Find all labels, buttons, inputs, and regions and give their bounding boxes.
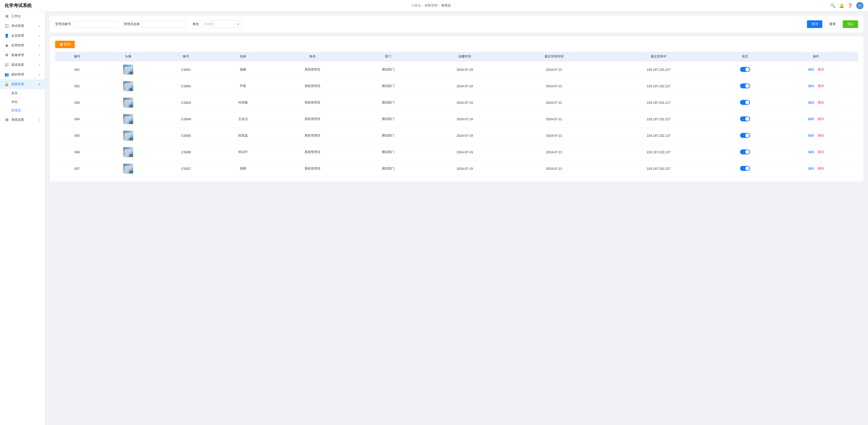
delete-btn-1[interactable]: 删除 (818, 84, 824, 88)
cell-created-6: 2024-07-19 (423, 160, 506, 177)
delete-btn-2[interactable]: 删除 (818, 100, 824, 104)
permission-icon: 🔒 (4, 82, 9, 86)
edit-btn-1[interactable]: 编辑 (808, 84, 814, 88)
account-search-field: 管理员账号 (55, 21, 119, 28)
status-toggle-4[interactable] (740, 133, 750, 138)
col-status: 状态 (716, 52, 774, 61)
delete-btn-3[interactable]: 删除 (818, 117, 824, 121)
query-button[interactable]: 查询 (807, 20, 822, 28)
cell-lastlogin-4: 2024-07-21 (506, 127, 601, 144)
avatar-img-6 (123, 164, 133, 174)
help-icon-btn[interactable]: ❓ (848, 3, 852, 8)
decoration-arrow-icon: ∨ (38, 54, 40, 57)
status-toggle-1[interactable] (740, 84, 750, 88)
cell-name-0: 梁麻 (215, 61, 271, 78)
delete-btn-0[interactable]: 删除 (818, 68, 824, 71)
add-button[interactable]: ⊕ 新增 (55, 41, 75, 48)
breadcrumb-workbench[interactable]: 工作台 (411, 4, 421, 8)
breadcrumb-current: 管理员 (441, 4, 451, 8)
cell-lastip-5: 220.197.232.127 (601, 144, 716, 160)
account-input[interactable] (73, 21, 119, 28)
sidebar-label-app: 应用管理 (11, 43, 24, 48)
delete-btn-5[interactable]: 删除 (818, 150, 824, 154)
edit-btn-3[interactable]: 编辑 (808, 117, 814, 121)
edit-btn-5[interactable]: 编辑 (808, 150, 814, 154)
sidebar-label-channel: 渠道设置 (11, 63, 24, 67)
cell-name-3: 王佳洁 (215, 111, 271, 127)
edit-btn-0[interactable]: 编辑 (808, 68, 814, 71)
sidebar-item-workbench[interactable]: ⊞ 工作台 (0, 11, 45, 21)
cell-lastip-2: 220.197.232.127 (601, 94, 716, 111)
edit-btn-2[interactable]: 编辑 (808, 100, 814, 104)
cell-id-2: 003 (55, 94, 99, 111)
table-row: 005 CS005 段贵蕊 系统管理员 测试部门 2024-07-19 2024… (55, 127, 858, 144)
submenu-label-role: 角色 (11, 100, 18, 103)
sidebar-item-system[interactable]: ⊞ 系统设置 ∨ (0, 115, 45, 125)
col-account: 账号 (157, 52, 215, 61)
cell-role-1: 系统管理员 (271, 78, 353, 94)
sidebar-label-org: 组织管理 (11, 72, 24, 77)
cell-account-3: CS004 (157, 111, 215, 127)
sidebar-item-member[interactable]: 👤 会员管理 ∨ (0, 31, 45, 40)
breadcrumb-permission[interactable]: 权限管理 (425, 4, 437, 8)
avatar[interactable]: Ai (856, 2, 864, 9)
export-button[interactable]: 导出 (843, 20, 858, 28)
avatar-img-1 (123, 81, 133, 91)
reset-button[interactable]: 重置 (825, 20, 840, 28)
status-toggle-3[interactable] (740, 116, 750, 121)
status-toggle-5[interactable] (740, 149, 750, 154)
cell-status-2 (716, 94, 774, 111)
cell-name-4: 段贵蕊 (215, 127, 271, 144)
cell-account-2: CS003 (157, 94, 215, 111)
cell-actions-0: 编辑 删除 (774, 61, 858, 78)
sidebar-submenu-role[interactable]: 角色 (0, 98, 45, 106)
sidebar-item-permission[interactable]: 🔒 权限管理 ∧ (0, 79, 45, 89)
cell-dept-4: 测试部门 (353, 127, 423, 144)
table-row: 006 CS006 邹泊宇 系统管理员 测试部门 2024-07-19 2024… (55, 144, 858, 160)
sidebar-item-decoration[interactable]: ⚙ 装修管理 ∨ (0, 50, 45, 60)
cell-name-1: 尹星 (215, 78, 271, 94)
cell-status-3 (716, 111, 774, 127)
search-icon-btn[interactable]: 🔍 (831, 3, 835, 8)
bell-icon-btn[interactable]: 🔔 (839, 3, 844, 8)
sidebar-item-exam[interactable]: 📋 考试管理 ∨ (0, 21, 45, 31)
edit-btn-6[interactable]: 编辑 (808, 166, 814, 170)
status-toggle-6[interactable] (740, 166, 750, 171)
cell-dept-6: 测试部门 (353, 160, 423, 177)
col-last-login: 最近登录时间 (506, 52, 601, 61)
role-select[interactable]: 请选择 ▾ (201, 21, 242, 28)
cell-lastlogin-6: 2024-07-21 (506, 160, 601, 177)
cell-actions-5: 编辑 删除 (774, 144, 858, 160)
sidebar-item-app[interactable]: ◈ 应用管理 ∨ (0, 40, 45, 50)
sidebar-item-channel[interactable]: 📰 渠道设置 ∨ (0, 60, 45, 70)
sidebar-item-org[interactable]: 👥 组织管理 ∨ (0, 70, 45, 79)
edit-btn-4[interactable]: 编辑 (808, 133, 814, 137)
name-input[interactable] (142, 21, 187, 28)
submenu-label-menu: 菜单 (11, 91, 18, 95)
cell-status-4 (716, 127, 774, 144)
cell-account-0: CS001 (157, 61, 215, 78)
channel-arrow-icon: ∨ (38, 63, 40, 66)
role-placeholder: 请选择 (204, 22, 214, 26)
sidebar-submenu-admin[interactable]: 管理员 (0, 106, 45, 115)
sidebar-submenu-menu[interactable]: 菜单 (0, 89, 45, 98)
delete-btn-4[interactable]: 删除 (818, 133, 824, 137)
delete-btn-6[interactable]: 删除 (818, 166, 824, 170)
sidebar-label-exam: 考试管理 (11, 24, 24, 28)
search-panel: 管理员账号 管理员名称 角色 请选择 ▾ 查询 重置 导出 (50, 16, 864, 33)
cell-lastip-0: 220.197.232.127 (601, 61, 716, 78)
cell-account-1: CS002 (157, 78, 215, 94)
cell-name-5: 邹泊宇 (215, 144, 271, 160)
cell-id-3: 004 (55, 111, 99, 127)
cell-created-5: 2024-07-19 (423, 144, 506, 160)
sidebar-label-member: 会员管理 (11, 34, 24, 38)
status-toggle-2[interactable] (740, 100, 750, 105)
cell-actions-2: 编辑 删除 (774, 94, 858, 111)
cell-dept-2: 测试部门 (353, 94, 423, 111)
col-created: 创建时间 (423, 52, 506, 61)
cell-id-5: 006 (55, 144, 99, 160)
status-toggle-0[interactable] (740, 67, 750, 72)
cell-dept-5: 测试部门 (353, 144, 423, 160)
table-header-row: 编号 头像 账号 名称 角色 部门 创建时间 最近登录时间 最近登录IP 状态 … (55, 52, 858, 61)
col-avatar: 头像 (99, 52, 157, 61)
